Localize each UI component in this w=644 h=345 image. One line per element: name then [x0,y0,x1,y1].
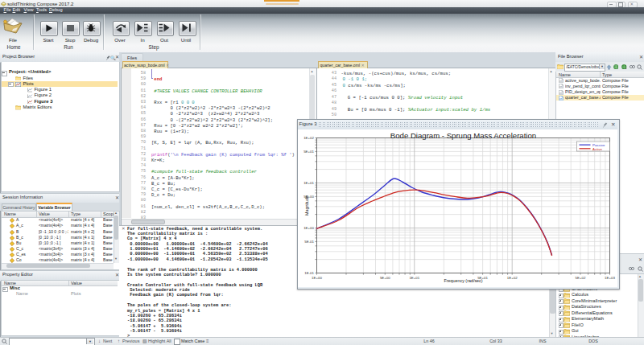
svg-text:Magnitude: Magnitude [303,195,308,215]
svg-text:1E-01: 1E-01 [304,271,314,275]
svg-text:5E+02: 5E+02 [575,276,585,280]
svg-text:1E+02: 1E+02 [303,136,314,140]
svg-text:Frequency (rad/sec): Frequency (rad/sec) [444,278,482,283]
svg-text:1E+01: 1E+01 [409,276,419,280]
svg-text:oml: oml [559,85,564,88]
svg-text:oml: oml [559,80,564,83]
svg-text:1E+03: 1E+03 [605,276,615,280]
svg-text:5E+01: 5E+01 [303,150,314,154]
svg-text:1E+01: 1E+01 [303,181,314,185]
svg-text:1E+02: 1E+02 [506,276,517,280]
svg-text:5E+00: 5E+00 [379,276,390,280]
svg-text:1E+00: 1E+00 [312,276,322,280]
svg-text:Bode Diagram - Sprung Mass Acc: Bode Diagram - Sprung Mass Acceleration [390,130,535,139]
svg-text:oml: oml [559,97,564,101]
svg-text:1E+00: 1E+00 [303,226,314,230]
svg-text:5E-01: 5E-01 [304,240,314,244]
svg-text:Active: Active [592,146,603,150]
svg-text:oml: oml [559,91,564,94]
